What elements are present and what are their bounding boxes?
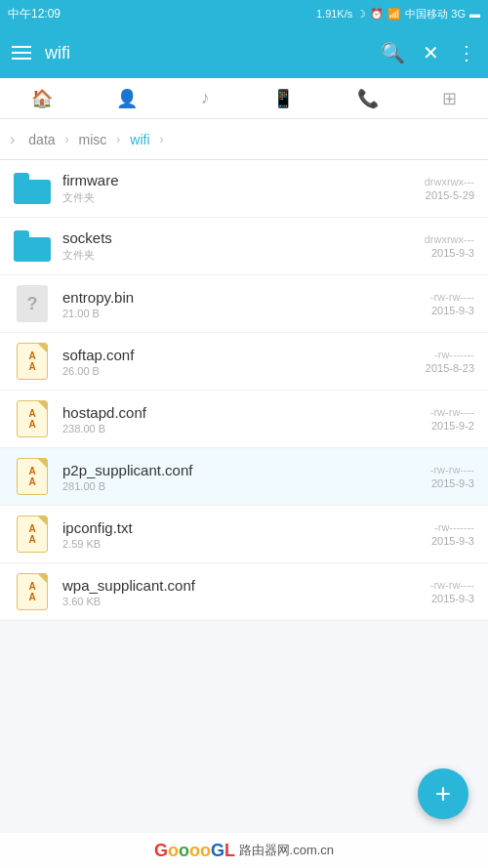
carrier-label: 中国移动 3G	[405, 7, 466, 21]
file-name: wpa_supplicant.conf	[62, 577, 423, 594]
file-meta: -rw------- 2015-8-23	[426, 349, 474, 374]
breadcrumb-wifi[interactable]: wifi	[120, 132, 159, 147]
file-sub: 文件夹	[62, 248, 417, 263]
breadcrumb-start-icon: ›	[10, 131, 15, 148]
music-icon[interactable]: ♪	[201, 88, 210, 108]
file-date: 2015-5-29	[425, 189, 474, 201]
local-icon[interactable]: 📱	[272, 88, 294, 109]
watermark-o3: o	[189, 841, 200, 861]
file-info: hostapd.conf 238.00 B	[62, 404, 423, 434]
file-info: softap.conf 26.00 B	[62, 347, 418, 377]
file-perm: -rw-rw----	[430, 579, 474, 591]
file-info: sockets 文件夹	[62, 229, 417, 263]
file-name: p2p_supplicant.conf	[62, 462, 423, 478]
folder-icon	[14, 227, 51, 265]
file-info: ipconfig.txt 2.59 KB	[62, 519, 424, 550]
status-bar: 中午12:09 1.91K/s ☽ ⏰ 📶 中国移动 3G ▬	[0, 0, 488, 27]
grid-icon[interactable]: ⊞	[442, 88, 457, 109]
breadcrumb: › data › misc › wifi ›	[0, 119, 488, 160]
list-item[interactable]: AA softap.conf 26.00 B -rw------- 2015-8…	[0, 333, 488, 391]
list-item[interactable]: firmware 文件夹 drwxrwx--- 2015-5-29	[0, 160, 488, 218]
list-item[interactable]: ? entropy.bin 21.00 B -rw-rw---- 2015-9-…	[0, 275, 488, 333]
alarm-icon: ⏰	[370, 8, 384, 21]
file-date: 2015-9-3	[430, 593, 474, 604]
file-meta: drwxrwx--- 2015-5-29	[425, 176, 474, 201]
breadcrumb-arrow-3: ›	[160, 133, 164, 146]
list-item[interactable]: AA hostapd.conf 238.00 B -rw-rw---- 2015…	[0, 391, 488, 448]
file-list: firmware 文件夹 drwxrwx--- 2015-5-29 socket…	[0, 160, 488, 868]
file-perm: -rw-rw----	[430, 406, 474, 418]
watermark-g2: G	[211, 841, 224, 861]
file-meta: -rw-rw---- 2015-9-3	[430, 291, 474, 316]
network-speed: 1.91K/s	[316, 8, 352, 20]
file-perm: -rw-rw----	[430, 464, 474, 475]
conf-file-icon: AA	[14, 458, 51, 495]
menu-button[interactable]	[12, 46, 31, 60]
conf-file-icon: AA	[14, 516, 51, 553]
top-nav: wifi 🔍 ✕ ⋮	[0, 27, 488, 78]
fab-plus-icon: +	[435, 778, 451, 809]
moon-icon: ☽	[356, 8, 366, 21]
file-name: firmware	[62, 172, 417, 188]
list-item[interactable]: AA p2p_supplicant.conf 281.00 B -rw-rw--…	[0, 448, 488, 506]
list-item[interactable]: sockets 文件夹 drwxrwx--- 2015-9-3	[0, 218, 488, 275]
nav-right: 🔍 ✕ ⋮	[381, 41, 476, 64]
file-sub: 281.00 B	[62, 480, 423, 492]
file-info: firmware 文件夹	[62, 172, 417, 205]
phone-icon[interactable]: 📞	[357, 88, 379, 109]
watermark-g: G	[154, 841, 168, 861]
nav-title: wifi	[45, 43, 70, 63]
watermark-o1: o	[168, 841, 179, 861]
nav-left: wifi	[12, 43, 70, 63]
watermark-rest: 路由器网.com.cn	[235, 842, 334, 859]
file-name: softap.conf	[62, 347, 418, 363]
status-time: 中午12:09	[8, 6, 61, 22]
file-date: 2015-9-3	[425, 247, 474, 259]
signal-icon: 📶	[387, 8, 401, 21]
folder-icon	[14, 170, 51, 207]
file-name: entropy.bin	[62, 289, 423, 306]
file-meta: -rw-rw---- 2015-9-3	[430, 579, 474, 604]
file-info: p2p_supplicant.conf 281.00 B	[62, 462, 423, 492]
file-name: ipconfig.txt	[62, 519, 424, 536]
quick-bar: 🏠 👤 ♪ 📱 📞 ⊞	[0, 78, 488, 119]
conf-file-icon: AA	[14, 400, 51, 437]
status-left: 中午12:09	[8, 6, 61, 22]
close-icon[interactable]: ✕	[423, 41, 439, 64]
file-meta: drwxrwx--- 2015-9-3	[425, 233, 474, 259]
breadcrumb-data[interactable]: data	[19, 132, 64, 147]
file-perm: -rw-------	[431, 521, 474, 533]
file-sub: 238.00 B	[62, 423, 423, 434]
conf-file-icon: AA	[14, 573, 51, 610]
file-meta: -rw-rw---- 2015-9-2	[430, 406, 474, 432]
file-info: wpa_supplicant.conf 3.60 KB	[62, 577, 423, 607]
file-meta: -rw------- 2015-9-3	[431, 521, 474, 547]
file-sub: 3.60 KB	[62, 596, 423, 607]
watermark: G o o o o G L 路由器网.com.cn	[0, 833, 488, 868]
more-icon[interactable]: ⋮	[457, 41, 476, 64]
list-item[interactable]: AA wpa_supplicant.conf 3.60 KB -rw-rw---…	[0, 563, 488, 621]
search-icon[interactable]: 🔍	[381, 41, 405, 64]
file-date: 2015-9-2	[430, 420, 474, 432]
file-name: sockets	[62, 229, 417, 246]
file-sub: 文件夹	[62, 190, 417, 205]
fab-add-button[interactable]: +	[418, 768, 468, 819]
file-date: 2015-9-3	[431, 535, 474, 547]
file-sub: 2.59 KB	[62, 538, 424, 550]
list-item[interactable]: AA ipconfig.txt 2.59 KB -rw------- 2015-…	[0, 506, 488, 563]
unknown-file-icon: ?	[14, 285, 51, 322]
file-date: 2015-9-3	[430, 305, 474, 316]
home-icon[interactable]: 🏠	[31, 88, 53, 109]
file-date: 2015-9-3	[430, 477, 474, 489]
watermark-o4: o	[200, 841, 211, 861]
file-sub: 21.00 B	[62, 308, 423, 319]
file-info: entropy.bin 21.00 B	[62, 289, 423, 319]
person-icon[interactable]: 👤	[116, 88, 138, 109]
file-perm: -rw-------	[426, 349, 474, 360]
watermark-o2: o	[179, 841, 189, 861]
watermark-l: L	[224, 841, 235, 861]
file-sub: 26.00 B	[62, 365, 418, 377]
file-date: 2015-8-23	[426, 362, 474, 374]
breadcrumb-misc[interactable]: misc	[69, 132, 117, 147]
file-perm: -rw-rw----	[430, 291, 474, 303]
